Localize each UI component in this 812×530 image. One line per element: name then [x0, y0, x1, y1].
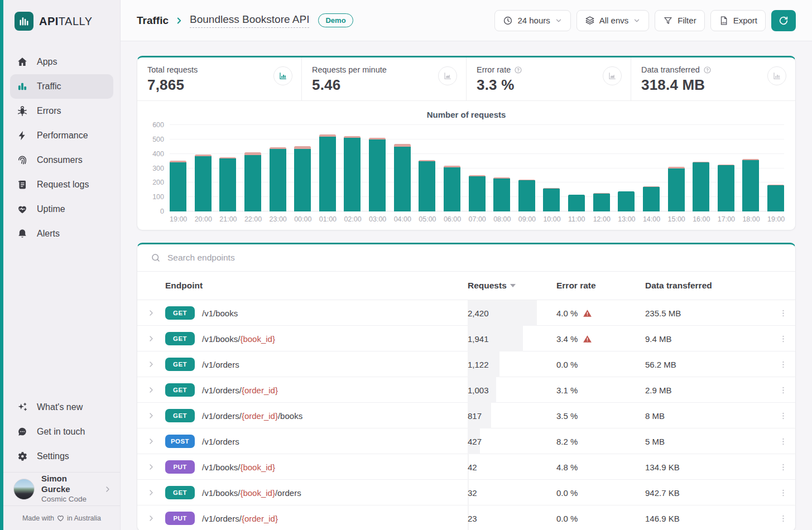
stat-error-rate: Error rate3.3 %	[467, 57, 631, 100]
endpoint-row[interactable]: GET/v1/books/{book_id}/orders320.0 %942.…	[137, 480, 795, 505]
row-menu-icon[interactable]	[779, 437, 788, 446]
sidebar-item-alerts[interactable]: Alerts	[10, 221, 113, 246]
sidebar: APITALLY AppsTrafficErrorsPerformanceCon…	[0, 0, 121, 530]
error-rate-value: 4.0 %	[556, 309, 578, 318]
bar-success-segment	[593, 194, 610, 211]
x-tick-label: 10:00	[543, 215, 560, 223]
data-transferred-value: 5 MB	[645, 437, 770, 446]
bar-success-segment	[618, 191, 635, 211]
breadcrumb: Traffic Boundless Bookstore API Demo	[137, 13, 353, 28]
sidebar-item-apps[interactable]: Apps	[10, 50, 113, 74]
sidebar-item-performance[interactable]: Performance	[10, 123, 113, 148]
breadcrumb-section: Traffic	[137, 15, 169, 27]
bar-21:00	[219, 157, 236, 211]
bar-19:00	[767, 185, 784, 211]
endpoint-row[interactable]: GET/v1/orders1,1220.0 %56.2 MB	[137, 351, 795, 377]
chart-x-axis: 19:0020:0021:0022:0023:0000:0001:0002:00…	[170, 215, 784, 223]
endpoint-row[interactable]: GET/v1/orders/{order_id}1,0033.1 %2.9 MB	[137, 377, 795, 403]
sort-desc-icon	[510, 284, 516, 287]
chart-type-toggle[interactable]	[767, 66, 786, 85]
user-menu[interactable]: Simon Gurcke Cosmic Code	[3, 472, 120, 505]
endpoint-search	[137, 244, 795, 272]
expand-row-icon[interactable]	[147, 386, 156, 394]
expand-row-icon[interactable]	[147, 514, 156, 523]
expand-row-icon[interactable]	[147, 309, 156, 317]
bar-04:00	[394, 144, 411, 211]
expand-row-icon[interactable]	[147, 488, 156, 497]
row-menu-icon[interactable]	[779, 411, 788, 421]
stat-total-requests: Total requests7,865	[137, 57, 302, 100]
sidebar-item-consumers[interactable]: Consumers	[10, 148, 113, 172]
sidebar-item-uptime[interactable]: Uptime	[10, 197, 113, 221]
column-header-data-transferred[interactable]: Data transferred	[645, 281, 770, 291]
heart-pulse-icon	[17, 204, 28, 215]
chart-type-toggle[interactable]	[603, 66, 622, 85]
endpoint-row[interactable]: POST/v1/orders4278.2 %5 MB	[137, 428, 795, 454]
sidebar-item-get-in-touch[interactable]: Get in touch	[10, 420, 113, 444]
row-menu-icon[interactable]	[779, 514, 788, 523]
stats-row: Total requests7,865Requests per minute5.…	[137, 57, 795, 101]
sidebar-item-traffic[interactable]: Traffic	[10, 74, 113, 99]
method-badge: PUT	[165, 512, 195, 525]
row-menu-icon[interactable]	[779, 462, 788, 472]
stat-label: Total requests	[147, 65, 198, 74]
y-tick-label: 400	[152, 150, 164, 158]
row-menu-icon[interactable]	[779, 309, 788, 318]
sidebar-item-request-logs[interactable]: Request logs	[10, 172, 113, 197]
bar-success-segment	[170, 162, 186, 211]
x-tick-label: 05:00	[419, 215, 435, 223]
y-tick-label: 0	[160, 208, 164, 215]
expand-row-icon[interactable]	[147, 462, 156, 471]
endpoint-path: /v1/books/{book_id}	[202, 462, 275, 472]
method-badge: GET	[165, 332, 195, 345]
filter-button[interactable]: Filter	[655, 10, 704, 31]
column-header-error-rate[interactable]: Error rate	[556, 281, 645, 291]
24-hours-button[interactable]: 24 hours	[494, 10, 570, 31]
chevron-right-icon	[174, 16, 184, 26]
chevron-down-icon	[633, 17, 641, 25]
logs-icon	[17, 179, 28, 190]
warning-icon	[583, 309, 592, 318]
expand-row-icon[interactable]	[147, 437, 156, 446]
bar-10:00	[543, 188, 560, 211]
column-header-endpoint[interactable]: Endpoint	[165, 281, 468, 291]
endpoint-row[interactable]: GET/v1/orders/{order_id}/books8173.5 %8 …	[137, 403, 795, 428]
requests-count: 23	[468, 514, 477, 523]
expand-row-icon[interactable]	[147, 411, 156, 420]
row-menu-icon[interactable]	[779, 360, 788, 369]
endpoint-row[interactable]: PUT/v1/orders/{order_id}230.0 %146.9 KB	[137, 505, 795, 530]
help-icon	[514, 66, 522, 74]
row-menu-icon[interactable]	[779, 386, 788, 395]
brand-logo[interactable]: APITALLY	[3, 0, 120, 42]
expand-row-icon[interactable]	[147, 334, 156, 343]
row-menu-icon[interactable]	[779, 334, 788, 344]
chart-type-toggle[interactable]	[273, 66, 292, 85]
x-tick-label: 19:00	[767, 215, 784, 223]
heart-icon	[56, 514, 65, 522]
column-header-requests[interactable]: Requests	[468, 281, 556, 291]
chart-type-toggle[interactable]	[438, 66, 457, 85]
endpoint-row[interactable]: PUT/v1/books/{book_id}424.8 %134.9 KB	[137, 454, 795, 480]
endpoint-row[interactable]: GET/v1/books2,4204.0 %235.5 MB	[137, 300, 795, 326]
sidebar-item-errors[interactable]: Errors	[10, 99, 113, 123]
row-menu-icon[interactable]	[779, 488, 788, 498]
export-button[interactable]: csvExport	[710, 10, 766, 31]
expand-row-icon[interactable]	[147, 360, 156, 369]
data-transferred-value: 8 MB	[645, 411, 770, 421]
refresh-button[interactable]	[771, 10, 796, 31]
header-controls: 24 hoursAll envsFiltercsvExport	[494, 10, 796, 31]
endpoint-row[interactable]: GET/v1/books/{book_id}1,9413.4 %9.4 MB	[137, 326, 795, 351]
sidebar-item-what-s-new[interactable]: What's new	[10, 395, 113, 420]
method-badge: PUT	[165, 460, 195, 474]
sidebar-item-settings[interactable]: Settings	[10, 444, 113, 469]
x-tick-label: 04:00	[394, 215, 411, 223]
apitally-logo-icon	[15, 12, 33, 31]
x-tick-label: 07:00	[469, 215, 486, 223]
topbar: Traffic Boundless Bookstore API Demo 24 …	[121, 0, 812, 41]
search-input[interactable]	[167, 253, 782, 263]
stat-value: 5.46	[312, 76, 456, 94]
all-envs-button[interactable]: All envs	[576, 10, 650, 31]
error-rate-value: 3.1 %	[556, 386, 578, 395]
avatar	[13, 479, 35, 500]
app-selector[interactable]: Boundless Bookstore API	[190, 13, 309, 28]
